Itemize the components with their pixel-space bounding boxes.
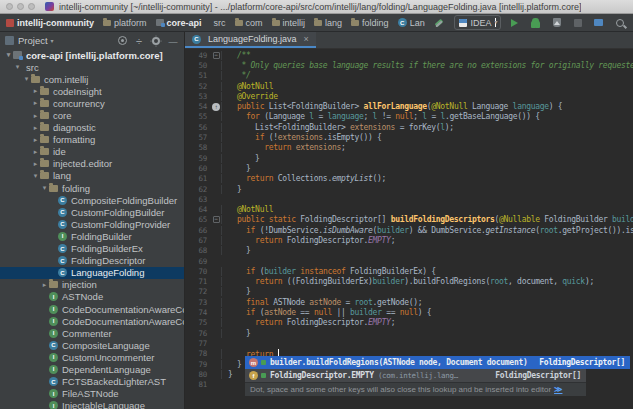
line-number[interactable]: 80 xyxy=(185,370,211,379)
code-line[interactable]: 63 xyxy=(185,194,633,204)
tree-item-foldingbuilder[interactable]: IFoldingBuilder xyxy=(0,230,184,242)
chevron-down-icon[interactable]: ▾ xyxy=(4,51,13,59)
line-number[interactable]: 68 xyxy=(185,246,211,255)
code-line[interactable]: 54↑ public List<FoldingBuilder> allForLa… xyxy=(185,101,633,111)
code-line[interactable]: 55 for (Language l = language; l != null… xyxy=(185,112,633,122)
completion-footer-link[interactable]: ≫ xyxy=(554,385,562,394)
code-line[interactable]: 57 if (!extensions.isEmpty()) { xyxy=(185,132,633,142)
code-line[interactable]: 73 final ASTNode astNode = root.getNode(… xyxy=(185,297,633,307)
hide-icon[interactable] xyxy=(167,36,179,48)
chevron-right-icon[interactable]: ▸ xyxy=(40,281,49,289)
chevron-right-icon[interactable]: ▸ xyxy=(31,124,40,132)
code-line[interactable]: 72 } xyxy=(185,287,633,297)
code-line[interactable]: 64 @NotNull xyxy=(185,204,633,214)
code-line[interactable]: 67 return FoldingDescriptor.EMPTY; xyxy=(185,235,633,245)
tree-item-astnode[interactable]: IASTNode xyxy=(0,291,184,303)
line-number[interactable]: 58 xyxy=(185,143,211,152)
code-line[interactable]: 50 * Only queries base language results … xyxy=(185,60,633,70)
code-line[interactable]: 51 */ xyxy=(185,71,633,81)
breadcrumb-item-folding[interactable]: folding xyxy=(351,18,389,28)
coverage-icon[interactable] xyxy=(549,16,564,30)
minimize-window-icon[interactable] xyxy=(17,3,24,10)
line-number[interactable]: 52 xyxy=(185,82,211,91)
override-marker-icon[interactable]: ↑ xyxy=(211,103,221,111)
tree-item-foldingdescriptor[interactable]: CFoldingDescriptor xyxy=(0,255,184,267)
line-number[interactable]: 53 xyxy=(185,92,211,101)
chevron-down-icon[interactable]: ▾ xyxy=(13,63,22,71)
line-number[interactable]: 74 xyxy=(185,308,211,317)
completion-item[interactable]: fFoldingDescriptor.EMPTY(com.intellij.la… xyxy=(245,369,586,382)
line-number[interactable]: 69 xyxy=(185,257,211,266)
code-line[interactable]: 56 List<FoldingBuilder> extensions = for… xyxy=(185,122,633,132)
editor-tab-languagefolding[interactable]: C LanguageFolding.java × xyxy=(185,32,316,48)
breadcrumb-item-intellij-community[interactable]: intellij-community xyxy=(6,18,94,28)
breadcrumb-item-LanguageFolding[interactable]: CLanguageFolding xyxy=(398,18,426,28)
chevron-down-icon[interactable]: ▾ xyxy=(22,75,31,83)
tree-item-com-intellij[interactable]: ▾com.intellij xyxy=(0,73,184,85)
code-line[interactable]: 61 return Collections.emptyList(); xyxy=(185,174,633,184)
code-line[interactable]: 76 } xyxy=(185,328,633,338)
line-number[interactable]: 49 xyxy=(185,51,211,60)
code-line[interactable]: 68 } xyxy=(185,246,633,256)
code-line[interactable]: 69 xyxy=(185,256,633,266)
code-line[interactable]: 71 return ((FoldingBuilderEx)builder).bu… xyxy=(185,277,633,287)
tree-item-foldingbuilderex[interactable]: CFoldingBuilderEx xyxy=(0,243,184,255)
tree-item-customfoldingbuilder[interactable]: CCustomFoldingBuilder xyxy=(0,206,184,218)
line-number[interactable]: 67 xyxy=(185,236,211,245)
code-area[interactable]: 49− /**50 * Only queries base language r… xyxy=(185,49,633,409)
tree-item-folding[interactable]: ▾folding xyxy=(0,182,184,194)
collapse-icon[interactable] xyxy=(133,35,145,47)
code-line[interactable]: 53 @Override xyxy=(185,91,633,101)
code-line[interactable]: 52 @NotNull xyxy=(185,81,633,91)
tree-item-fctsbackedlighterast[interactable]: CFCTSBackedLighterAST xyxy=(0,376,184,388)
search-icon[interactable] xyxy=(612,16,627,30)
chevron-right-icon[interactable]: ▸ xyxy=(31,112,40,120)
breadcrumb-item-lang[interactable]: lang xyxy=(314,18,342,28)
line-number[interactable]: 57 xyxy=(185,133,211,142)
code-line[interactable]: 49− /** xyxy=(185,50,633,60)
fold-icon[interactable]: − xyxy=(213,216,220,223)
line-number[interactable]: 70 xyxy=(185,267,211,276)
close-window-icon[interactable] xyxy=(6,3,13,10)
line-number[interactable]: 79 xyxy=(185,360,211,369)
settings-icon[interactable] xyxy=(150,35,162,47)
chevron-right-icon[interactable]: ▸ xyxy=(31,87,40,95)
chevron-right-icon[interactable]: ▸ xyxy=(31,136,40,144)
code-line[interactable]: 74 if (astNode == null || builder == nul… xyxy=(185,307,633,317)
fold-icon[interactable]: − xyxy=(213,52,220,59)
code-line[interactable]: 59 } xyxy=(185,153,633,163)
run-icon[interactable] xyxy=(507,16,522,30)
line-number[interactable]: 71 xyxy=(185,277,211,286)
tree-item-injection[interactable]: ▸injection xyxy=(0,279,184,291)
tree-item-fileastnode[interactable]: IFileASTNode xyxy=(0,388,184,400)
breadcrumb-item-intellij[interactable]: intellij xyxy=(272,18,306,28)
line-number[interactable]: 65 xyxy=(185,215,211,224)
code-line[interactable]: 75 return FoldingDescriptor.EMPTY; xyxy=(185,318,633,328)
line-number[interactable]: 81 xyxy=(185,380,211,389)
line-number[interactable]: 56 xyxy=(185,123,211,132)
code-line[interactable]: 70 if (builder instanceof FoldingBuilder… xyxy=(185,266,633,276)
breadcrumb-item-core-api[interactable]: core-api xyxy=(156,18,202,28)
line-number[interactable]: 77 xyxy=(185,339,211,348)
close-tab-icon[interactable]: × xyxy=(304,34,309,44)
run-configuration-selector[interactable]: IDEA▾ xyxy=(454,15,501,30)
tree-item-lang[interactable]: ▾lang xyxy=(0,170,184,182)
tree-item-diagnostic[interactable]: ▸diagnostic xyxy=(0,122,184,134)
line-number[interactable]: 64 xyxy=(185,205,211,214)
line-number[interactable]: 73 xyxy=(185,298,211,307)
code-line[interactable]: 66 if (!DumbService.isDumbAware(builder)… xyxy=(185,225,633,235)
chevron-right-icon[interactable]: ▸ xyxy=(31,99,40,107)
breadcrumb-item-src[interactable]: src xyxy=(211,18,226,28)
chevron-down-icon[interactable]: ▾ xyxy=(31,172,40,180)
code-line[interactable]: 65− public static FoldingDescriptor[] bu… xyxy=(185,215,633,225)
line-number[interactable]: 76 xyxy=(185,329,211,338)
tree-item-injected-editor[interactable]: ▸injected.editor xyxy=(0,158,184,170)
tree-item-commenter[interactable]: ICommenter xyxy=(0,327,184,339)
code-line[interactable]: 62 } xyxy=(185,184,633,194)
line-number[interactable]: 55 xyxy=(185,112,211,121)
line-number[interactable]: 78 xyxy=(185,349,211,358)
line-number[interactable]: 60 xyxy=(185,164,211,173)
line-number[interactable]: 62 xyxy=(185,185,211,194)
line-number[interactable]: 59 xyxy=(185,154,211,163)
code-line[interactable]: 60 } xyxy=(185,163,633,173)
